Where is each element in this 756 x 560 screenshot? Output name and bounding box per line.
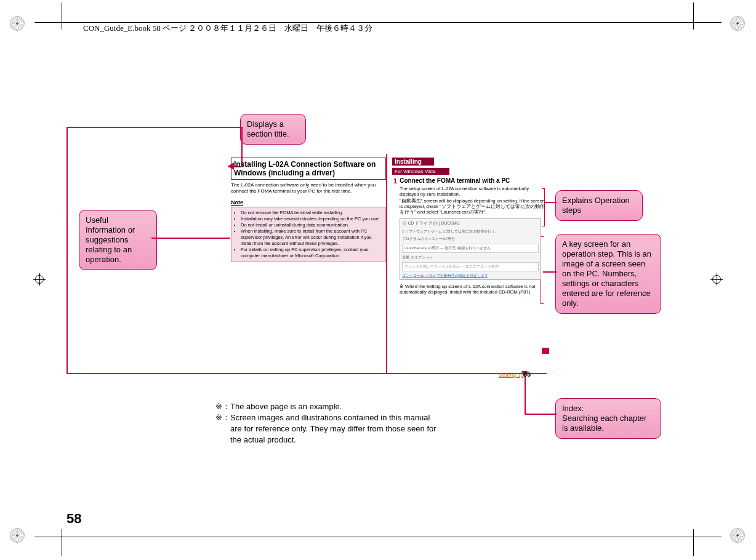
callout-section-title: Displays a section title.: [240, 114, 306, 145]
reg-mark-bl: [9, 527, 26, 544]
dialog-footer-link: コントロール パネルで自動再生の既定を設定します: [402, 273, 539, 279]
step-title: Connect the FOMA terminal with a PC: [400, 177, 541, 184]
note-item: Installation may take several minutes de…: [241, 216, 382, 222]
platform-label: For Windows Vista: [392, 168, 449, 175]
dialog-option: Launcher.exe の実行 — 発行元: 確認されていません: [402, 244, 539, 253]
callout-key-screen: A key screen for an operation step. This…: [555, 234, 661, 314]
cross-mark: [710, 273, 723, 286]
crop-line: [693, 529, 694, 556]
reg-mark-tr: [729, 15, 746, 32]
footnote-mark: ※: [400, 284, 404, 289]
note-mark: ※：: [215, 412, 230, 423]
callout-explains-steps: Explains Operation steps: [555, 190, 643, 221]
prose-line: the actual product.: [230, 434, 296, 446]
prose-notes: ※： The above page is an example. ※： Scre…: [215, 401, 436, 446]
connector-line: [525, 414, 557, 415]
crop-line: [693, 2, 694, 30]
reg-mark-br: [729, 527, 746, 544]
dialog-option: フォルダを開いてファイルを表示 — エクスプローラ使用: [402, 262, 539, 271]
page-number: 58: [66, 511, 81, 527]
dialog-option-header: 全般 のオプション: [402, 255, 539, 260]
note-heading: Note: [231, 199, 386, 206]
connector-line: [525, 377, 526, 414]
note-box: Do not remove the FOMA terminal while in…: [231, 207, 386, 262]
callout-useful-info: Useful Information or suggestions relati…: [79, 210, 157, 270]
prose-line: are for reference only. They may differ …: [230, 423, 436, 434]
step-number: 1: [392, 177, 398, 185]
connector-line: [151, 238, 230, 239]
step-body-text: The setup screen of L-02A connection sof…: [400, 186, 547, 197]
pc-screenshot: 💿 CD ドライブ (H:) DOCOMO □ ソフトウェアとゲーム に対しては…: [400, 218, 541, 280]
sample-page: Installing L-02A Connection Software on …: [231, 158, 548, 367]
callout-index: Index: Searching each chapter is availab…: [555, 398, 661, 439]
cross-mark: [33, 273, 46, 286]
section-title-box: Installing L-02A Connection Software on …: [231, 158, 386, 180]
dialog-checkbox-line: □ ソフトウェアとゲーム に対しては常に次の動作を行う:: [402, 229, 539, 234]
dialog-title: 💿 CD ドライブ (H:) DOCOMO: [402, 221, 539, 226]
crop-line: [62, 529, 62, 556]
connector-line: [66, 373, 547, 374]
note-item: Do not install or uninstall during data …: [241, 222, 382, 228]
index-tab-page: 85: [523, 370, 531, 378]
note-item: When installing, make sure to install fr…: [241, 228, 382, 247]
index-tab-label: Setting up: [499, 372, 524, 378]
prose-line: The above page is an example.: [230, 401, 342, 412]
crop-line: [34, 537, 722, 537]
cd-icon: 💿: [402, 221, 407, 225]
section-intro-text: The L-02A connection software only need …: [231, 182, 386, 194]
dialog-option-label: プログラムのインストール/実行: [402, 236, 539, 242]
crop-line: [62, 2, 62, 30]
footnote-text: When the Setting up screen of L-02A conn…: [400, 284, 535, 295]
reg-mark-tl: [9, 15, 26, 32]
connector-line: [66, 127, 68, 373]
note-item: Do not remove the FOMA terminal while in…: [241, 210, 382, 216]
note-mark: ※：: [215, 401, 230, 412]
note-item: For details on setting up PC supervisor …: [241, 247, 382, 259]
doc-header: CON_Guide_E.book 58 ページ ２００８年１１月２６日 水曜日 …: [83, 23, 372, 34]
installing-heading: Installing: [392, 158, 434, 166]
step-body-text: "自動再生" screen will be displayed dependin…: [400, 198, 547, 215]
connector-line: [66, 127, 241, 128]
prose-line: Screen images and illustrations containe…: [230, 412, 430, 423]
